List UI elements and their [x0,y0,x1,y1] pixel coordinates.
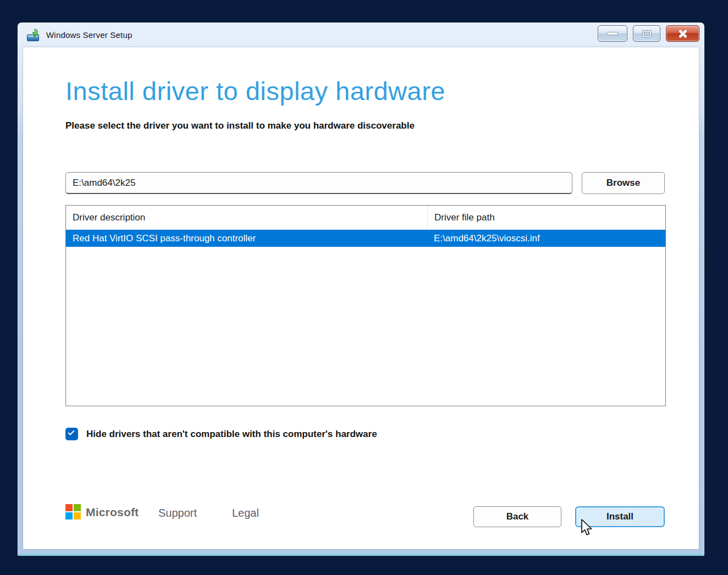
logo-square-red [65,504,73,511]
minimize-button[interactable] [598,25,627,42]
maximize-button[interactable] [633,25,660,42]
close-button[interactable] [666,25,699,42]
install-button-label: Install [606,511,633,522]
back-button-label: Back [506,511,529,522]
support-link[interactable]: Support [158,507,197,519]
client-area: Install driver to display hardware Pleas… [23,47,699,549]
microsoft-wordmark: Microsoft [86,506,139,519]
hide-incompatible-checkbox[interactable] [65,428,78,440]
logo-square-yellow [74,512,81,519]
browse-button-label: Browse [606,178,640,189]
window-controls [598,25,699,42]
window-title: Windows Server Setup [46,30,133,40]
back-button[interactable]: Back [473,506,561,527]
maximize-icon [642,30,652,37]
hide-incompatible-option: Hide drivers that aren't compatible with… [65,428,377,440]
microsoft-logo-icon [65,504,81,520]
legal-link[interactable]: Legal [232,507,259,519]
logo-square-blue [65,512,73,519]
page-title: Install driver to display hardware [65,76,445,106]
column-header-description[interactable]: Driver description [66,206,427,229]
desktop: { "window": { "title": "Windows Server S… [0,0,728,575]
logo-square-green [74,504,81,511]
titlebar[interactable]: Windows Server Setup [18,23,704,47]
driver-description-cell: Red Hat VirtIO SCSI pass-through control… [66,230,427,247]
browse-button[interactable]: Browse [582,172,665,194]
installer-icon [26,29,41,42]
mouse-cursor [580,519,594,538]
minimize-icon [606,32,619,35]
close-icon [677,28,688,39]
page-subtitle: Please select the driver you want to ins… [65,120,415,131]
driver-file-path-cell: E:\amd64\2k25\vioscsi.inf [427,230,665,247]
driver-row[interactable]: Red Hat VirtIO SCSI pass-through control… [66,230,665,247]
driver-path-input[interactable] [65,172,572,194]
hide-incompatible-label[interactable]: Hide drivers that aren't compatible with… [86,429,377,440]
driver-list-header: Driver description Driver file path [66,206,665,230]
checkmark-icon [68,429,74,435]
driver-list: Driver description Driver file path Red … [65,205,666,406]
column-header-file-path[interactable]: Driver file path [427,206,665,229]
setup-window: Windows Server Setup Install driver to d… [17,22,705,556]
